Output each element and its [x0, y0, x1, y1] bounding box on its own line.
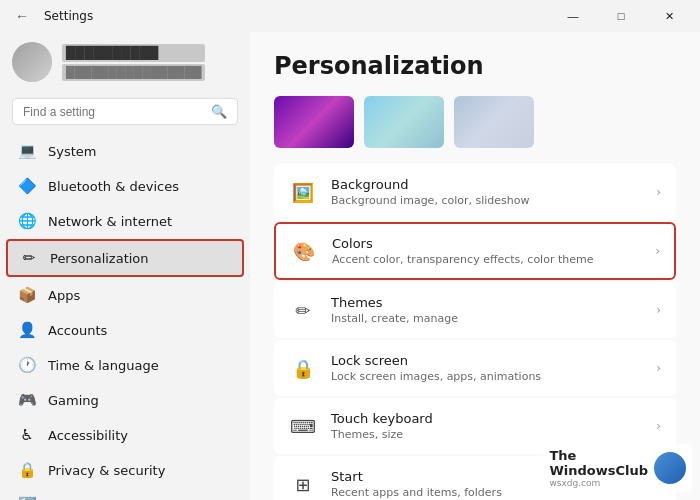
sidebar-item-system[interactable]: 💻 System — [6, 134, 244, 168]
sidebar-item-accessibility[interactable]: ♿ Accessibility — [6, 418, 244, 452]
app-body: ██████████ ████████████████ 🔍 💻 System 🔷… — [0, 32, 700, 500]
watermark-line2: WindowsClub — [549, 463, 648, 478]
watermark-sub: wsxdg.com — [549, 478, 648, 488]
settings-item-lockscreen[interactable]: 🔒 Lock screen Lock screen images, apps, … — [274, 340, 676, 396]
wallpaper-thumb-3[interactable] — [454, 96, 534, 148]
app-title: Settings — [44, 9, 93, 23]
settings-item-colors[interactable]: 🎨 Colors Accent color, transparency effe… — [274, 222, 676, 280]
touchkeyboard-icon: ⌨️ — [289, 412, 317, 440]
background-name: Background — [331, 177, 642, 192]
sidebar-item-privacy[interactable]: 🔒 Privacy & security — [6, 453, 244, 487]
bluetooth-icon: 🔷 — [18, 177, 36, 195]
sidebar-item-bluetooth[interactable]: 🔷 Bluetooth & devices — [6, 169, 244, 203]
colors-desc: Accent color, transparency effects, colo… — [332, 253, 641, 266]
network-icon: 🌐 — [18, 212, 36, 230]
sidebar-label-bluetooth: Bluetooth & devices — [48, 179, 179, 194]
sidebar-label-personalization: Personalization — [50, 251, 149, 266]
sidebar-item-accounts[interactable]: 👤 Accounts — [6, 313, 244, 347]
title-bar-left: ← Settings — [8, 2, 93, 30]
watermark-line1: The — [549, 448, 648, 463]
lockscreen-desc: Lock screen images, apps, animations — [331, 370, 642, 383]
apps-icon: 📦 — [18, 286, 36, 304]
background-text: Background Background image, color, slid… — [331, 177, 642, 207]
search-input[interactable] — [23, 105, 205, 119]
touchkeyboard-desc: Themes, size — [331, 428, 642, 441]
watermark: The WindowsClub wsxdg.com — [543, 444, 692, 492]
lockscreen-chevron: › — [656, 361, 661, 375]
colors-name: Colors — [332, 236, 641, 251]
touchkeyboard-text: Touch keyboard Themes, size — [331, 411, 642, 441]
colors-chevron: › — [655, 244, 660, 258]
lockscreen-icon: 🔒 — [289, 354, 317, 382]
accounts-icon: 👤 — [18, 321, 36, 339]
window-controls: — □ ✕ — [550, 0, 692, 32]
sidebar-label-accessibility: Accessibility — [48, 428, 128, 443]
colors-icon: 🎨 — [290, 237, 318, 265]
watermark-icon — [654, 452, 686, 484]
sidebar-label-gaming: Gaming — [48, 393, 99, 408]
sidebar-label-time: Time & language — [48, 358, 159, 373]
avatar — [12, 42, 52, 82]
sidebar-label-system: System — [48, 144, 96, 159]
accessibility-icon: ♿ — [18, 426, 36, 444]
sidebar-item-time[interactable]: 🕐 Time & language — [6, 348, 244, 382]
settings-item-themes[interactable]: ✏️ Themes Install, create, manage › — [274, 282, 676, 338]
user-email: ████████████████ — [62, 64, 205, 81]
user-name: ██████████ — [62, 44, 205, 62]
search-icon: 🔍 — [211, 104, 227, 119]
title-bar: ← Settings — □ ✕ — [0, 0, 700, 32]
themes-chevron: › — [656, 303, 661, 317]
sidebar-label-apps: Apps — [48, 288, 80, 303]
sidebar-nav: 💻 System 🔷 Bluetooth & devices 🌐 Network… — [0, 133, 250, 500]
system-icon: 💻 — [18, 142, 36, 160]
sidebar: ██████████ ████████████████ 🔍 💻 System 🔷… — [0, 32, 250, 500]
lockscreen-text: Lock screen Lock screen images, apps, an… — [331, 353, 642, 383]
maximize-button[interactable]: □ — [598, 0, 644, 32]
sidebar-label-privacy: Privacy & security — [48, 463, 165, 478]
background-desc: Background image, color, slideshow — [331, 194, 642, 207]
user-info: ██████████ ████████████████ — [62, 44, 205, 81]
personalization-icon: ✏️ — [20, 249, 38, 267]
search-box[interactable]: 🔍 — [12, 98, 238, 125]
main-content: Personalization 🖼️ Background Background… — [250, 32, 700, 500]
sidebar-label-network: Network & internet — [48, 214, 172, 229]
minimize-button[interactable]: — — [550, 0, 596, 32]
themes-text: Themes Install, create, manage — [331, 295, 642, 325]
colors-text: Colors Accent color, transparency effect… — [332, 236, 641, 266]
sidebar-item-apps[interactable]: 📦 Apps — [6, 278, 244, 312]
wallpaper-previews — [274, 96, 676, 148]
wallpaper-thumb-1[interactable] — [274, 96, 354, 148]
touchkeyboard-chevron: › — [656, 419, 661, 433]
sidebar-item-network[interactable]: 🌐 Network & internet — [6, 204, 244, 238]
update-icon: 🔄 — [18, 496, 36, 500]
close-button[interactable]: ✕ — [646, 0, 692, 32]
sidebar-item-gaming[interactable]: 🎮 Gaming — [6, 383, 244, 417]
sidebar-item-update[interactable]: 🔄 Windows Update — [6, 488, 244, 500]
page-title: Personalization — [274, 52, 676, 80]
sidebar-label-accounts: Accounts — [48, 323, 107, 338]
gaming-icon: 🎮 — [18, 391, 36, 409]
background-chevron: › — [656, 185, 661, 199]
sidebar-item-personalization[interactable]: ✏️ Personalization — [6, 239, 244, 277]
themes-desc: Install, create, manage — [331, 312, 642, 325]
settings-item-background[interactable]: 🖼️ Background Background image, color, s… — [274, 164, 676, 220]
background-icon: 🖼️ — [289, 178, 317, 206]
lockscreen-name: Lock screen — [331, 353, 642, 368]
themes-icon: ✏️ — [289, 296, 317, 324]
back-button[interactable]: ← — [8, 2, 36, 30]
time-icon: 🕐 — [18, 356, 36, 374]
start-icon: ⊞ — [289, 470, 317, 498]
touchkeyboard-name: Touch keyboard — [331, 411, 642, 426]
wallpaper-thumb-2[interactable] — [364, 96, 444, 148]
privacy-icon: 🔒 — [18, 461, 36, 479]
user-profile[interactable]: ██████████ ████████████████ — [0, 32, 250, 94]
themes-name: Themes — [331, 295, 642, 310]
